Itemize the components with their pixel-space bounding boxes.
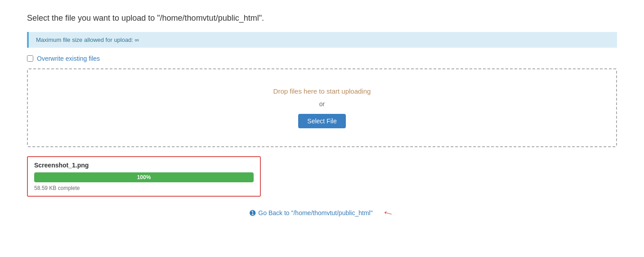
red-arrow-icon: → xyxy=(380,204,396,221)
overwrite-row: Overwrite existing files xyxy=(27,55,617,62)
circle-plus-icon: ➊ xyxy=(250,209,255,217)
file-item: Screenshot_1.png 100% 58.59 KB complete xyxy=(27,156,261,197)
overwrite-checkbox[interactable] xyxy=(27,55,33,62)
file-name: Screenshot_1.png xyxy=(34,162,254,169)
drop-zone[interactable]: Drop files here to start uploading or Se… xyxy=(27,68,617,147)
drop-zone-text: Drop files here to start uploading xyxy=(37,87,607,95)
drop-zone-or: or xyxy=(37,100,607,108)
file-status: 58.59 KB complete xyxy=(34,185,254,191)
page-title: Select the file you want to upload to "/… xyxy=(27,14,617,23)
info-banner: Maximum file size allowed for upload: ∞ xyxy=(27,32,617,48)
go-back-link[interactable]: ➊ Go Back to "/home/thomvtut/public_html… xyxy=(250,209,372,217)
overwrite-label[interactable]: Overwrite existing files xyxy=(37,55,100,62)
progress-bar-container: 100% xyxy=(34,172,254,182)
select-file-button[interactable]: Select File xyxy=(298,114,345,128)
go-back-row: ➊ Go Back to "/home/thomvtut/public_html… xyxy=(27,206,617,220)
progress-bar-fill: 100% xyxy=(34,172,254,182)
